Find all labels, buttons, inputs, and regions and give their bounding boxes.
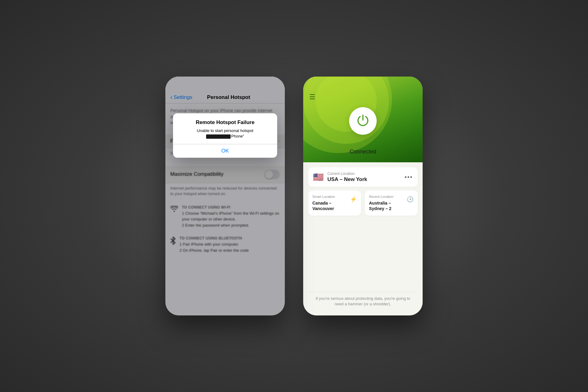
dialog-message-line2: Phone” — [231, 134, 244, 138]
footer-text: If you're serious about protecting data,… — [313, 296, 413, 307]
dialog-title: Remote Hotspot Failure — [179, 119, 271, 126]
dialog-overlay: Remote Hotspot Failure Unable to start p… — [165, 77, 285, 315]
right-phone: ☰ Connected 🇺🇸 Current Location USA – Ne… — [303, 77, 423, 315]
connection-status: Connected — [303, 149, 423, 155]
dialog-redacted-text — [206, 134, 231, 139]
current-location-flag: 🇺🇸 — [313, 172, 324, 182]
more-options-button[interactable]: ••• — [405, 174, 413, 181]
quick-locations-row: Smart Location Canada – Vancouver ⚡ Rece… — [308, 190, 418, 216]
dialog-message-line1: Unable to start personal hotspot — [197, 128, 253, 133]
clock-icon: 🕒 — [407, 196, 413, 203]
current-location-label: Current Location — [327, 172, 401, 176]
hamburger-icon: ☰ — [309, 93, 315, 101]
power-icon — [356, 113, 370, 129]
vpn-footer: If you're serious about protecting data,… — [308, 292, 418, 311]
recent-location-label: Recent Location — [369, 195, 407, 198]
vpn-power-button[interactable] — [349, 107, 377, 135]
smart-location-info: Smart Location Canada – Vancouver — [312, 195, 350, 211]
alert-dialog: Remote Hotspot Failure Unable to start p… — [173, 113, 277, 158]
smart-location-name: Canada – Vancouver — [312, 200, 350, 211]
hamburger-menu-button[interactable]: ☰ — [309, 93, 315, 101]
vpn-header: ☰ Connected — [303, 77, 423, 162]
recent-location-card[interactable]: Recent Location Australia – Sydney – 2 🕒 — [365, 190, 418, 216]
dialog-message: Unable to start personal hotspot Phone” — [179, 128, 271, 139]
dialog-ok-button[interactable]: OK — [173, 144, 277, 158]
lightning-icon: ⚡ — [350, 196, 357, 203]
vpn-body: 🇺🇸 Current Location USA – New York ••• S… — [303, 162, 423, 315]
current-location-name: USA – New York — [327, 176, 401, 183]
smart-location-card[interactable]: Smart Location Canada – Vancouver ⚡ — [308, 190, 361, 216]
smart-location-label: Smart Location — [312, 195, 350, 198]
recent-location-name: Australia – Sydney – 2 — [369, 200, 407, 211]
dialog-content: Remote Hotspot Failure Unable to start p… — [173, 113, 277, 144]
left-phone: ‹ Settings Personal Hotspot Personal Hot… — [165, 77, 285, 315]
recent-location-info: Recent Location Australia – Sydney – 2 — [369, 195, 407, 211]
current-location-card[interactable]: 🇺🇸 Current Location USA – New York ••• — [308, 167, 418, 187]
current-location-info: Current Location USA – New York — [327, 172, 401, 183]
